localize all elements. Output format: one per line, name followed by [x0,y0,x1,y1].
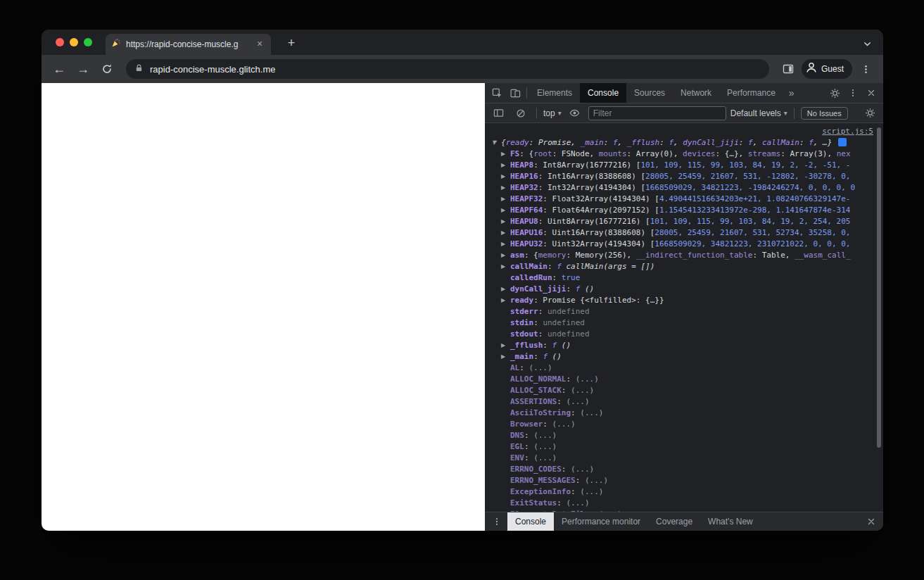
console-line: ERRNO_MESSAGES: (...) [485,475,883,486]
divider [536,108,537,119]
console-line: stderr: undefined [485,306,883,317]
drawer-tab-console[interactable]: Console [507,512,554,531]
console-line: ▶HEAPU16: Uint16Array(8388608) [28005, 2… [485,227,883,239]
chevron-down-icon: ▾ [558,109,562,117]
console-line: ▶HEAPU8: Uint8Array(16777216) [101, 109,… [485,216,883,227]
console-scrollbar[interactable] [877,127,881,448]
devtools-close-icon[interactable] [862,84,880,102]
devtools-menu-icon[interactable] [844,84,862,102]
console-settings-gear-icon[interactable] [861,104,879,122]
divider [526,87,527,99]
expand-arrow-icon[interactable]: ▶ [501,227,510,239]
console-line: ERRNO_CODES: (...) [485,464,883,475]
expand-arrow-icon[interactable]: ▶ [501,149,510,160]
back-button[interactable]: ← [49,58,70,80]
new-tab-button[interactable]: + [282,34,300,53]
expand-arrow-icon[interactable]: ▶ [501,261,510,272]
browser-menu-icon[interactable] [855,58,876,80]
devtools-settings-gear-icon[interactable] [825,84,844,102]
profile-chip[interactable]: Guest [802,59,852,79]
devtools-tab-console[interactable]: Console [580,83,626,103]
devtools-tab-sources[interactable]: Sources [626,83,673,103]
drawer-menu-icon[interactable] [488,512,506,531]
expand-arrow-icon[interactable]: ▶ [501,340,510,351]
live-expression-eye-icon[interactable] [566,104,584,122]
expand-arrow-icon[interactable]: ▶ [501,284,510,295]
url-text: rapid-concise-muscle.glitch.me [150,64,275,75]
expand-arrow-icon[interactable]: ▶ [501,194,510,205]
console-line: DNS: (...) [485,430,883,441]
tab-title: https://rapid-concise-muscle.g [126,39,249,49]
browser-tab[interactable]: https://rapid-concise-muscle.g × [106,34,271,55]
chevron-down-icon: ▾ [784,109,787,117]
console-line: ▶HEAPF64: Float64Array(2097152) [1.15454… [485,205,883,216]
console-line: calledRun: true [485,272,883,284]
console-line: ▶callMain: f callMain(args = []) [485,261,883,272]
console-toolbar: top ▾ Default levels ▾ No Issues [485,103,883,123]
devtools-tab-elements[interactable]: Elements [529,83,580,103]
maximize-window-button[interactable] [84,38,92,46]
expand-arrow-icon[interactable]: ▶ [501,239,510,250]
console-line: Browser: (...) [485,419,883,430]
tab-strip: https://rapid-concise-muscle.g × + [42,30,883,55]
console-line: EGL: (...) [485,441,883,453]
log-levels-label: Default levels [730,108,781,118]
console-line: FS_createDataFile: (...) [485,509,883,512]
collapse-arrow-icon[interactable]: ▼ [492,137,501,149]
console-line: ▶asm: {memory: Memory(256), __indirect_f… [485,250,883,261]
expand-arrow-icon[interactable]: ▶ [501,182,510,194]
party-popper-favicon-icon [111,38,121,51]
devtools-drawer: ConsolePerformance monitorCoverageWhat's… [485,512,883,531]
console-line: stdin: undefined [485,317,883,329]
filter-input[interactable] [588,106,726,120]
console-message-header: script.js:5 [485,126,883,137]
side-panel-icon[interactable] [778,58,799,80]
browser-toolbar: ← → rapid-concise-muscle.glitch.me Guest [42,55,883,83]
minimize-window-button[interactable] [70,38,78,46]
devtools-panel: ElementsConsoleSourcesNetworkPerformance… [485,83,883,531]
forward-button[interactable]: → [72,58,94,80]
inspect-element-icon[interactable] [488,84,506,102]
more-panels-button[interactable]: » [783,87,800,99]
devtools-tab-performance[interactable]: Performance [719,83,783,103]
console-line: ▼{ready: Promise, _main: f, _fflush: f, … [485,137,883,149]
expand-arrow-icon[interactable]: ▶ [501,295,510,306]
device-toolbar-icon[interactable] [506,84,524,102]
expand-arrow-icon[interactable]: ▶ [501,160,510,171]
console-line: ▶dynCall_jiji: f () [485,284,883,295]
profile-label: Guest [821,64,844,74]
console-line: ▶HEAPU32: Uint32Array(4194304) [16685090… [485,239,883,250]
drawer-tab-coverage[interactable]: Coverage [648,512,700,531]
tab-close-icon[interactable]: × [254,39,265,50]
log-levels-selector[interactable]: Default levels ▾ [730,108,787,118]
expand-arrow-icon[interactable]: ▶ [501,351,510,362]
no-issues-button[interactable]: No Issues [801,107,848,120]
console-line: ▶FS: {root: FSNode, mounts: Array(0), de… [485,149,883,160]
tab-search-chevron-icon[interactable] [862,39,873,50]
close-window-button[interactable] [56,38,64,46]
expand-arrow-icon[interactable]: ▶ [501,205,510,216]
page-content [42,83,485,531]
console-line: ▶ready: Promise {<fulfilled>: {…}} [485,295,883,306]
divider [794,108,795,119]
expand-arrow-icon[interactable]: ▶ [501,171,510,182]
context-selector-label: top [543,108,555,118]
devtools-tabbar: ElementsConsoleSourcesNetworkPerformance… [485,83,883,103]
console-sidebar-icon[interactable] [489,104,507,122]
address-bar[interactable]: rapid-concise-muscle.glitch.me [126,59,769,79]
lock-icon[interactable] [134,63,144,75]
console-line: AL: (...) [485,362,883,374]
reload-button[interactable] [96,58,118,80]
source-link[interactable]: script.js:5 [822,127,873,136]
clear-console-icon[interactable] [512,104,530,122]
expand-arrow-icon[interactable]: ▶ [501,250,510,261]
drawer-tab-what-s-new[interactable]: What's New [700,512,761,531]
context-selector[interactable]: top ▾ [543,108,562,118]
expand-arrow-icon[interactable]: ▶ [501,216,510,227]
eager-eval-badge-icon [838,138,847,146]
devtools-tab-network[interactable]: Network [673,83,719,103]
drawer-tabs: ConsolePerformance monitorCoverageWhat's… [507,512,761,531]
drawer-close-icon[interactable] [862,512,880,531]
drawer-tab-performance-monitor[interactable]: Performance monitor [554,512,648,531]
devtools-panel-tabs: ElementsConsoleSourcesNetworkPerformance [529,83,783,103]
